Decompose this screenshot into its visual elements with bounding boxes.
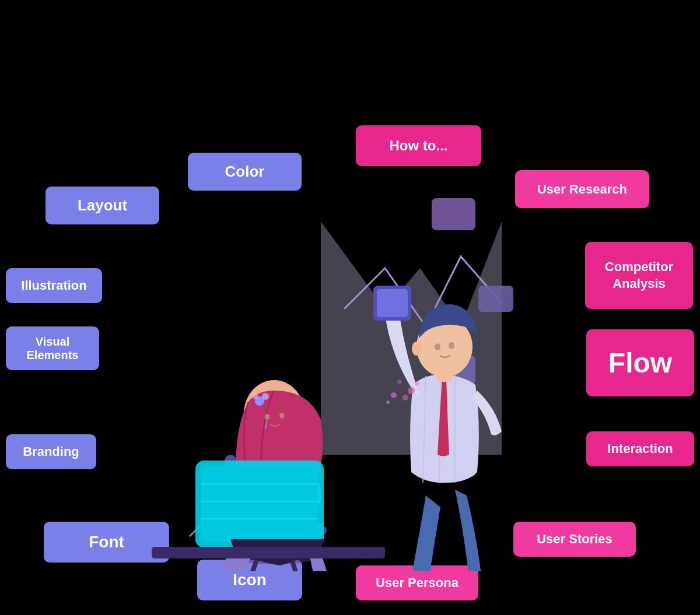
- illustration-tag: Illustration: [6, 268, 102, 303]
- svg-point-17: [262, 393, 269, 400]
- svg-point-45: [415, 381, 419, 386]
- svg-point-42: [397, 379, 402, 384]
- svg-rect-1: [478, 286, 513, 312]
- svg-point-43: [386, 400, 390, 404]
- center-illustration: [93, 105, 537, 571]
- svg-rect-35: [377, 289, 408, 317]
- svg-rect-23: [201, 466, 318, 542]
- svg-point-20: [279, 413, 284, 419]
- visual-elements-tag: Visual Elements: [6, 326, 99, 370]
- svg-rect-0: [432, 198, 475, 230]
- svg-rect-27: [152, 547, 385, 558]
- flow-tag: Flow: [586, 329, 694, 396]
- svg-point-18: [253, 393, 258, 399]
- svg-point-44: [408, 387, 415, 394]
- svg-point-19: [265, 414, 270, 420]
- svg-point-38: [435, 343, 440, 350]
- svg-point-39: [449, 342, 454, 349]
- competitor-analysis-tag: Competitor Analysis: [585, 242, 693, 309]
- interaction-tag: Interaction: [586, 431, 694, 466]
- svg-point-46: [402, 395, 408, 400]
- branding-tag: Branding: [6, 434, 96, 469]
- svg-point-41: [391, 392, 397, 398]
- svg-point-40: [412, 342, 421, 356]
